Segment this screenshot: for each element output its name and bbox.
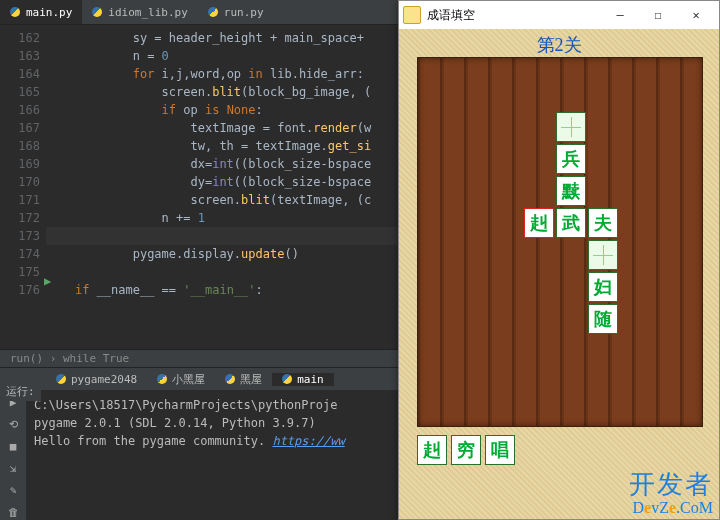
candidate-bank: 赳穷唱 — [417, 435, 515, 465]
grid-cell[interactable]: 兵 — [556, 144, 586, 174]
maximize-button[interactable]: ☐ — [639, 1, 677, 29]
ide-pane: main.py idiom_lib.py run.py 162163164165… — [0, 0, 398, 520]
grid-cell[interactable] — [588, 240, 618, 270]
console-toolbar: ▶ ⟲ ■ ⇲ ✎ 🗑 — [0, 390, 26, 520]
code-editor[interactable]: 1621631641651661671681691701711721731741… — [0, 25, 398, 349]
watermark: 开发者 DevZe.CoM — [629, 471, 713, 517]
grid-cell[interactable] — [556, 112, 586, 142]
tool-icon[interactable]: ✎ — [5, 482, 21, 498]
code-area[interactable]: sy = header_height + main_space+ n = 0 f… — [46, 25, 398, 349]
python-icon — [92, 7, 102, 17]
run-gutter-icon[interactable]: ▶ — [44, 274, 51, 288]
tab-main-py[interactable]: main.py — [0, 0, 82, 24]
python-icon — [208, 7, 218, 17]
console-panel: ▶ ⟲ ■ ⇲ ✎ 🗑 C:\Users\18517\PycharmProjec… — [0, 390, 398, 520]
run-tab-pygame2048[interactable]: pygame2048 — [46, 373, 147, 386]
grid-cell[interactable]: 随 — [588, 304, 618, 334]
close-button[interactable]: ✕ — [677, 1, 715, 29]
titlebar[interactable]: 成语填空 — ☐ ✕ — [399, 1, 719, 29]
trash-icon[interactable]: 🗑 — [5, 504, 21, 520]
game-canvas[interactable]: 第2关 兵黩赳武夫妇随 赳穷唱 开发者 DevZe.CoM — [399, 29, 719, 519]
python-icon — [225, 374, 235, 384]
grid-cell[interactable]: 夫 — [588, 208, 618, 238]
breadcrumb[interactable]: run() › while True — [0, 349, 398, 367]
grid-cell[interactable]: 赳 — [524, 208, 554, 238]
tool-icon[interactable]: ⟲ — [5, 416, 21, 432]
game-board[interactable]: 兵黩赳武夫妇随 — [417, 57, 703, 427]
bank-cell[interactable]: 赳 — [417, 435, 447, 465]
grid-cell[interactable]: 武 — [556, 208, 586, 238]
grid-cell[interactable]: 妇 — [588, 272, 618, 302]
grid-cell[interactable]: 黩 — [556, 176, 586, 206]
run-tab-heiwu[interactable]: 黑屋 — [215, 372, 272, 387]
run-panel-label: 运行: — [0, 382, 41, 401]
bank-cell[interactable]: 穷 — [451, 435, 481, 465]
bank-cell[interactable]: 唱 — [485, 435, 515, 465]
line-gutter: 1621631641651661671681691701711721731741… — [0, 25, 46, 349]
python-icon — [282, 374, 292, 384]
python-icon — [10, 7, 20, 17]
minimize-button[interactable]: — — [601, 1, 639, 29]
app-icon — [403, 6, 421, 24]
run-tab-xiaoheiwu[interactable]: 小黑屋 — [147, 372, 215, 387]
game-window: 成语填空 — ☐ ✕ 第2关 兵黩赳武夫妇随 赳穷唱 开发者 DevZe.CoM — [398, 0, 720, 520]
editor-tab-bar: main.py idiom_lib.py run.py — [0, 0, 398, 25]
console-output[interactable]: C:\Users\18517\PycharmProjects\pythonPro… — [26, 390, 398, 520]
python-icon — [56, 374, 66, 384]
run-tab-main[interactable]: main — [272, 373, 334, 386]
level-label: 第2关 — [399, 33, 719, 57]
tab-run-py[interactable]: run.py — [198, 0, 274, 24]
run-tab-bar: pygame2048 小黑屋 黑屋 main — [0, 367, 398, 390]
stop-icon[interactable]: ■ — [5, 438, 21, 454]
tool-icon[interactable]: ⇲ — [5, 460, 21, 476]
python-icon — [157, 374, 167, 384]
window-title: 成语填空 — [427, 7, 475, 24]
tab-idiom-lib-py[interactable]: idiom_lib.py — [82, 0, 197, 24]
